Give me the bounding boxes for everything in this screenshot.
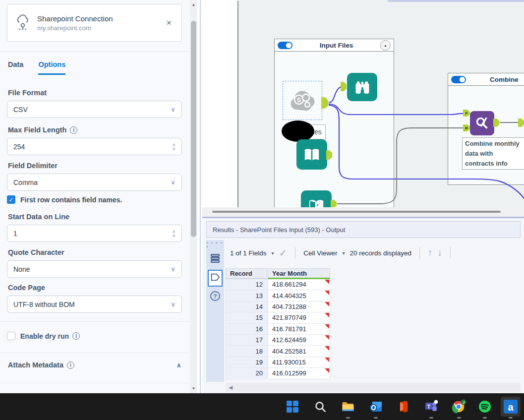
- find-replace-tool[interactable]: [470, 111, 494, 135]
- chevron-down-icon[interactable]: ∨: [171, 300, 175, 308]
- panel-canvas-divider[interactable]: [200, 0, 201, 393]
- record-cell[interactable]: 13: [226, 290, 267, 301]
- app-window: Sharepoint Connection my.sharepoint.com …: [0, 0, 524, 420]
- help-icon[interactable]: ?: [209, 290, 221, 304]
- close-icon[interactable]: ×: [163, 17, 175, 29]
- table-row[interactable]: 20416.012599: [226, 368, 330, 379]
- search-button[interactable]: [310, 397, 330, 417]
- sharepoint-files-input-tool[interactable]: S: [283, 81, 322, 120]
- chrome-button[interactable]: J: [449, 397, 469, 417]
- splitter-handle[interactable]: [212, 211, 501, 213]
- record-cell[interactable]: 15: [226, 312, 267, 323]
- year-month-cell[interactable]: 404.731288: [268, 301, 330, 312]
- scrollbar-thumb[interactable]: [191, 21, 196, 237]
- table-row[interactable]: 14404.731288: [226, 301, 330, 312]
- column-header-record[interactable]: Record: [226, 268, 267, 279]
- tab-data[interactable]: Data: [8, 60, 23, 75]
- scroll-down-record-icon[interactable]: ↓: [437, 247, 442, 258]
- table-row[interactable]: 15421.870749: [226, 312, 330, 323]
- number-stepper[interactable]: ∧∨: [172, 230, 175, 238]
- record-cell[interactable]: 20: [226, 368, 267, 379]
- info-icon[interactable]: i: [72, 332, 80, 340]
- table-row[interactable]: 19411.930015: [226, 357, 330, 368]
- info-icon[interactable]: i: [70, 126, 77, 134]
- alteryx-button[interactable]: a: [501, 397, 521, 417]
- record-cell[interactable]: 12: [226, 279, 267, 290]
- workflow-connections: [202, 0, 524, 207]
- sharepoint-icon: S: [287, 87, 318, 115]
- teams-button[interactable]: T: [421, 397, 441, 417]
- record-cell[interactable]: 18: [226, 346, 267, 357]
- record-cell[interactable]: 14: [226, 301, 267, 312]
- outlook-button[interactable]: [366, 397, 386, 417]
- year-month-cell[interactable]: 412.624459: [268, 335, 330, 346]
- info-icon[interactable]: i: [67, 361, 74, 369]
- table-row[interactable]: 13414.404325: [226, 290, 330, 301]
- first-row-checkbox-label: First row contains field names.: [20, 196, 122, 204]
- chevron-down-icon[interactable]: ∨: [171, 179, 175, 186]
- year-month-cell[interactable]: 416.012599: [268, 368, 330, 379]
- tab-options[interactable]: Options: [38, 60, 65, 75]
- record-cell[interactable]: 17: [226, 335, 267, 346]
- comment-annotation[interactable]: Combine monthly data with contracts info: [462, 137, 524, 170]
- file-format-select[interactable]: CSV ∨: [7, 101, 182, 118]
- start-data-input[interactable]: 1 ∧∨: [7, 225, 182, 242]
- chevron-down-icon[interactable]: ▾: [342, 250, 345, 256]
- scroll-up-record-icon[interactable]: ↑: [428, 247, 433, 258]
- cell-flag-icon: [325, 280, 329, 284]
- chevron-up-icon[interactable]: ∧: [176, 361, 181, 369]
- max-field-length-input[interactable]: 254 ∧∨: [7, 138, 182, 155]
- year-month-cell[interactable]: 416.781791: [268, 324, 330, 335]
- checkbox-unchecked[interactable]: [7, 332, 15, 340]
- start-button[interactable]: [283, 397, 302, 417]
- cell-flag-icon: [325, 324, 329, 329]
- checkbox-checked[interactable]: ✓: [7, 195, 15, 204]
- year-month-cell[interactable]: 404.252581: [268, 346, 330, 357]
- quote-character-select[interactable]: None ∨: [7, 260, 182, 278]
- year-month-cell[interactable]: 418.661294: [268, 279, 330, 290]
- attach-metadata-section[interactable]: Attach Metadata i ∧: [8, 361, 181, 369]
- fields-dropdown[interactable]: 1 of 1 Fields: [230, 249, 267, 257]
- table-row[interactable]: 12418.661294: [226, 279, 330, 290]
- number-stepper[interactable]: ∧∨: [172, 143, 175, 151]
- chrome-icon: J: [452, 399, 466, 414]
- table-view-icon[interactable]: [209, 252, 221, 266]
- field-delimiter-select[interactable]: Comma ∨: [7, 174, 182, 191]
- year-month-cell[interactable]: 421.870749: [268, 312, 330, 323]
- spotify-icon: [478, 400, 492, 414]
- record-cell[interactable]: 16: [226, 324, 267, 335]
- year-month-cell[interactable]: 414.404325: [268, 290, 330, 301]
- horizontal-scrollbar[interactable]: ◀: [226, 383, 521, 392]
- wire-book-to-findreplace-r: [337, 128, 464, 204]
- workflow-canvas[interactable]: Input Files ▲ Combine S: [202, 0, 524, 207]
- browse-tool[interactable]: [347, 73, 377, 101]
- spotify-button[interactable]: [475, 397, 495, 417]
- results-title-bar: Results - SharePoint Files Input (593) -…: [206, 221, 521, 238]
- output-anchor-tab[interactable]: [208, 270, 223, 287]
- record-cell[interactable]: 19: [226, 357, 267, 368]
- file-explorer-button[interactable]: [338, 397, 358, 417]
- table-row[interactable]: 18404.252581: [226, 346, 330, 357]
- scroll-up-icon[interactable]: ▲: [190, 1, 197, 8]
- connection-card: Sharepoint Connection my.sharepoint.com …: [7, 4, 182, 42]
- sharepoint-connection-icon: [14, 14, 31, 31]
- input-macro-tool[interactable]: [296, 139, 327, 170]
- apply-check-icon[interactable]: ✓: [279, 247, 288, 259]
- year-month-cell[interactable]: 411.930015: [268, 357, 330, 368]
- scroll-left-icon[interactable]: ◀: [229, 384, 233, 391]
- divider: [0, 321, 197, 322]
- code-page-select[interactable]: UTF-8 without BOM ∨: [7, 296, 182, 313]
- drag-grip-icon[interactable]: • • • • •: [206, 241, 224, 249]
- panel-scrollbar[interactable]: ▲ ▼: [190, 0, 197, 393]
- table-row[interactable]: 17412.624459: [226, 335, 330, 346]
- chevron-down-icon[interactable]: ∨: [171, 106, 175, 113]
- column-header-year-month[interactable]: Year Month: [268, 268, 330, 279]
- scroll-down-icon[interactable]: ▼: [190, 385, 197, 392]
- chevron-down-icon[interactable]: ▾: [272, 250, 274, 256]
- cell-viewer-dropdown[interactable]: Cell Viewer: [303, 249, 337, 257]
- chevron-down-icon[interactable]: ∨: [171, 265, 175, 273]
- table-row[interactable]: 16416.781791: [226, 324, 330, 335]
- office-button[interactable]: [394, 397, 413, 417]
- divider: [0, 383, 197, 383]
- contacts-macro-tool[interactable]: [301, 190, 332, 207]
